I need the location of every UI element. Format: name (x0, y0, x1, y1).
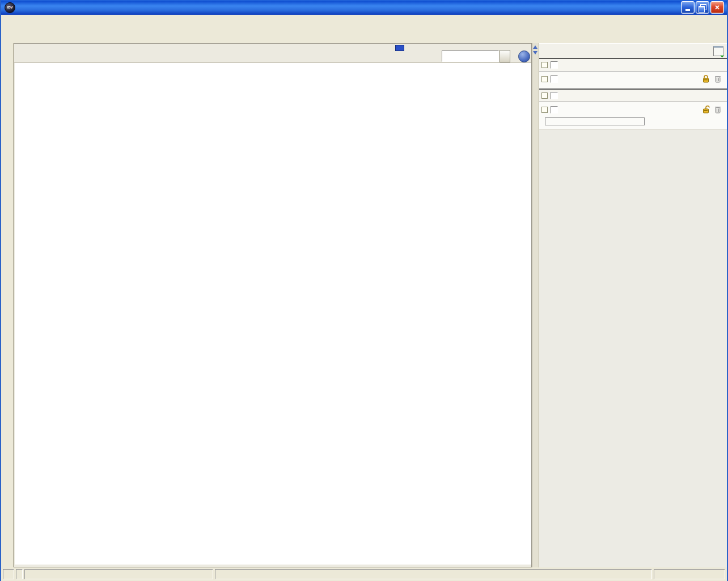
animation-properties-button[interactable] (518, 50, 530, 62)
splitter-collapse-icon[interactable] (533, 51, 537, 54)
time-combo-value[interactable] (442, 50, 499, 62)
restore-icon (700, 4, 706, 10)
panel-splitter[interactable] (532, 43, 539, 567)
idv-application-window: IDV ✕ (0, 0, 728, 581)
legend-row-gph-contour (539, 102, 727, 116)
float-legend-icon[interactable] (713, 46, 723, 56)
status-memory-box (3, 569, 14, 579)
collapse-icon[interactable] (541, 62, 548, 68)
color-scale-bar[interactable] (545, 117, 645, 125)
menu-bar (1, 15, 727, 28)
lock-closed-icon[interactable] (702, 75, 710, 83)
main-toolbar (1, 27, 727, 44)
restore-button[interactable] (696, 1, 709, 14)
collapse-icon[interactable] (541, 107, 548, 113)
collapse-icon[interactable] (541, 92, 548, 99)
plan-views-visibility-checkbox[interactable] (551, 92, 558, 99)
splitter-expand-icon[interactable] (533, 45, 537, 49)
status-message-box (215, 569, 652, 579)
time-animation-control (442, 50, 530, 62)
map-navigation-toolbar (1, 43, 14, 567)
legend-section-plan-views (539, 90, 727, 102)
lock-open-icon[interactable] (702, 106, 710, 113)
gph-visibility-checkbox[interactable] (551, 106, 558, 113)
color-scale[interactable] (539, 116, 727, 129)
close-icon: ✕ (714, 4, 719, 11)
idv-logo-icon: IDV (5, 2, 15, 13)
delete-display-icon[interactable] (714, 106, 721, 113)
minimize-icon (685, 9, 690, 11)
cursor-position-display (24, 569, 213, 579)
legend-panel (539, 43, 727, 567)
status-bar (1, 567, 727, 581)
title-bar[interactable]: IDV ✕ (1, 0, 727, 15)
status-extra-box (654, 569, 725, 579)
minimize-button[interactable] (681, 1, 695, 14)
legend-row-default-background-maps (539, 71, 727, 89)
time-dropdown-button[interactable] (500, 50, 510, 62)
legend-section-maps (539, 59, 727, 71)
maps-visibility-checkbox[interactable] (551, 61, 558, 69)
map-layer-name (541, 85, 725, 88)
clock-display (16, 569, 23, 579)
animation-progress-chip (395, 45, 404, 51)
map-view-header (14, 44, 531, 63)
collapse-icon[interactable] (541, 76, 548, 82)
close-button[interactable]: ✕ (710, 1, 724, 14)
delete-display-icon[interactable] (714, 75, 721, 83)
map-canvas[interactable] (15, 63, 531, 565)
display-visibility-checkbox[interactable] (551, 75, 558, 83)
map-view-panel (14, 43, 532, 567)
